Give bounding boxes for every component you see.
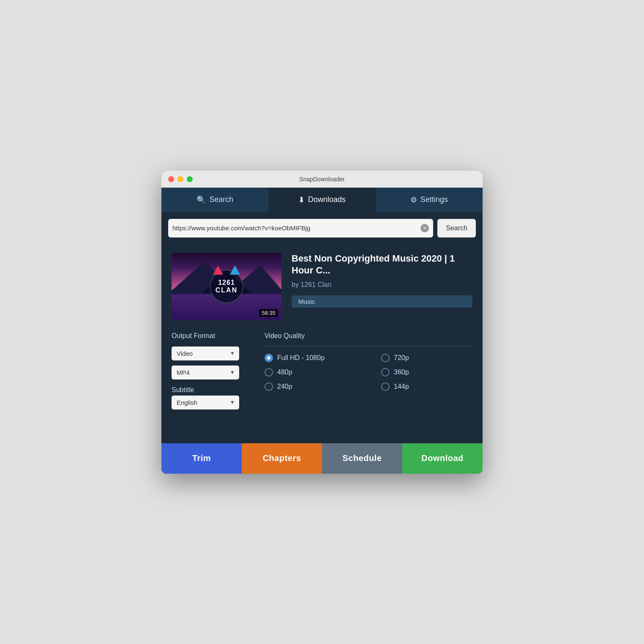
downloads-tab-label: Downloads: [308, 195, 346, 204]
search-bar-area: × Search: [161, 212, 483, 244]
settings-tab-label: Settings: [420, 195, 448, 204]
tab-search[interactable]: 🔍 Search: [161, 188, 268, 212]
quality-label-144p: 144p: [394, 383, 409, 390]
codec-select-wrapper: MP4 MKV AVI ▼: [172, 366, 239, 379]
nav-tabs: 🔍 Search ⬇ Downloads ⚙ Settings: [161, 188, 483, 212]
subtitle-select[interactable]: English None Spanish: [172, 396, 239, 409]
logo-text-bottom: CLAN: [216, 287, 237, 294]
app-window: SnapDownloader 🔍 Search ⬇ Downloads ⚙ Se…: [161, 171, 483, 474]
codec-select[interactable]: MP4 MKV AVI: [172, 366, 239, 379]
channel-logo: 1261 CLAN: [207, 267, 246, 306]
video-tag: Music: [292, 295, 472, 308]
download-button[interactable]: Download: [402, 443, 483, 474]
output-format-section: Output Format Video Audio ▼ MP4 MKV AVI …: [172, 332, 239, 409]
chapters-label: Chapters: [263, 453, 301, 463]
format-select-wrapper: Video Audio ▼: [172, 347, 239, 360]
radio-1080p[interactable]: [265, 354, 273, 362]
quality-option-360p[interactable]: 360p: [381, 368, 472, 377]
clear-icon: ×: [423, 225, 427, 231]
quality-divider: [265, 346, 472, 346]
search-button-label: Search: [446, 224, 467, 232]
quality-label-360p: 360p: [394, 368, 409, 376]
subtitle-section: Subtitle English None Spanish ▼: [172, 386, 239, 409]
schedule-button[interactable]: Schedule: [322, 443, 402, 474]
quality-label-1080p: Full HD - 1080p: [277, 354, 325, 362]
quality-option-720p[interactable]: 720p: [381, 354, 472, 362]
logo-ear-right: [230, 265, 240, 275]
chapters-button[interactable]: Chapters: [242, 443, 322, 474]
clear-button[interactable]: ×: [420, 224, 429, 232]
format-select[interactable]: Video Audio: [172, 347, 239, 360]
title-bar: SnapDownloader: [161, 171, 483, 188]
video-author: by 1261 Clan: [292, 281, 472, 289]
radio-480p[interactable]: [265, 368, 273, 377]
tab-downloads[interactable]: ⬇ Downloads: [268, 188, 375, 212]
subtitle-label: Subtitle: [172, 386, 239, 394]
output-format-label: Output Format: [172, 332, 239, 340]
window-title: SnapDownloader: [299, 176, 344, 183]
download-label: Download: [421, 453, 464, 463]
video-details: Best Non Copyrighted Music 2020 | 1 Hour…: [292, 253, 472, 320]
maximize-button[interactable]: [187, 176, 193, 182]
radio-360p[interactable]: [381, 368, 390, 377]
quality-label-240p: 240p: [277, 383, 292, 390]
content-spacer: [172, 418, 472, 435]
subtitle-select-wrapper: English None Spanish ▼: [172, 396, 239, 409]
search-tab-icon: 🔍: [196, 195, 206, 205]
quality-option-240p[interactable]: 240p: [265, 382, 356, 391]
search-tab-label: Search: [209, 195, 233, 204]
content-area: 1261 CLAN 58:35 Best Non Copyrighted Mus…: [161, 244, 483, 443]
minimize-button[interactable]: [177, 176, 183, 182]
settings-tab-icon: ⚙: [410, 195, 417, 205]
radio-144p[interactable]: [381, 382, 390, 391]
bottom-buttons: Trim Chapters Schedule Download: [161, 443, 483, 474]
downloads-tab-icon: ⬇: [298, 195, 305, 205]
tab-settings[interactable]: ⚙ Settings: [376, 188, 483, 212]
quality-option-144p[interactable]: 144p: [381, 382, 472, 391]
close-button[interactable]: [168, 176, 174, 182]
trim-button[interactable]: Trim: [161, 443, 242, 474]
search-row: × Search: [168, 219, 476, 237]
schedule-label: Schedule: [343, 453, 382, 463]
logo-circle: 1261 CLAN: [210, 270, 243, 303]
radio-720p[interactable]: [381, 354, 390, 362]
url-input[interactable]: [172, 224, 420, 232]
quality-grid: Full HD - 1080p 720p 480p 360p: [265, 354, 472, 391]
thumbnail-wrapper: 1261 CLAN 58:35: [172, 253, 281, 320]
search-button[interactable]: Search: [437, 219, 476, 237]
video-title: Best Non Copyrighted Music 2020 | 1 Hour…: [292, 253, 472, 277]
video-info-row: 1261 CLAN 58:35 Best Non Copyrighted Mus…: [172, 253, 472, 320]
trim-label: Trim: [192, 453, 211, 463]
quality-option-1080p[interactable]: Full HD - 1080p: [265, 354, 356, 362]
duration-badge: 58:35: [259, 309, 278, 317]
logo-ear-left: [213, 265, 223, 275]
url-input-wrapper: ×: [168, 219, 433, 237]
options-row: Output Format Video Audio ▼ MP4 MKV AVI …: [172, 332, 472, 409]
quality-option-480p[interactable]: 480p: [265, 368, 356, 377]
quality-label-720p: 720p: [394, 354, 409, 362]
logo-text-top: 1261: [218, 279, 235, 287]
radio-240p[interactable]: [265, 382, 273, 391]
logo-ears: [210, 265, 243, 275]
traffic-lights: [168, 176, 193, 182]
video-quality-label: Video Quality: [265, 332, 472, 340]
quality-label-480p: 480p: [277, 368, 292, 376]
video-quality-section: Video Quality Full HD - 1080p 720p 480p: [265, 332, 472, 409]
